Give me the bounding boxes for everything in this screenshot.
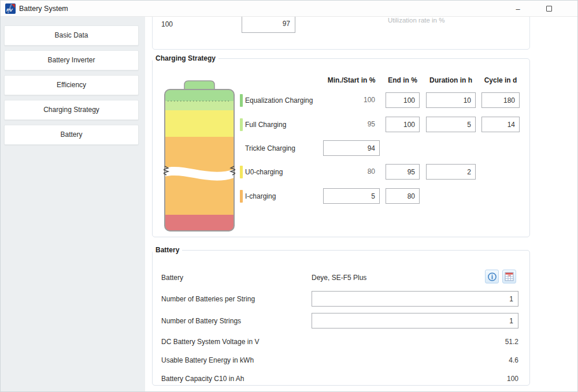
u0-charging-label: U0-charging	[245, 168, 283, 176]
batteries-per-string-label: Number of Batteries per String	[161, 295, 255, 303]
battery-group: Battery Battery Deye, SE-F5 Plus	[152, 246, 530, 386]
sidebar-item-battery[interactable]: Battery	[4, 125, 139, 145]
svg-text:PV: PV	[6, 8, 13, 13]
full-charging-marker	[240, 118, 243, 131]
titlebar: PV Battery System – ✕	[1, 1, 578, 17]
equalization-duration-input[interactable]	[426, 92, 476, 108]
charging-strategy-group: Charging Strategy	[152, 54, 530, 237]
trickle-charging-min-start-input[interactable]	[323, 140, 380, 156]
battery-database-button[interactable]	[502, 270, 516, 283]
battery-model-value: Deye, SE-F5 Plus	[312, 274, 366, 282]
u0-charging-min-start-value: 80	[323, 164, 380, 180]
table-icon	[505, 272, 514, 281]
full-charging-min-start-value: 95	[323, 117, 380, 132]
equalization-end-input[interactable]	[386, 92, 420, 108]
capacity-c10-label: Battery Capacity C10 in Ah	[161, 375, 244, 383]
info-icon	[487, 272, 497, 282]
utilization-caption: Utilization rate in %	[388, 17, 444, 24]
maximize-button[interactable]	[536, 1, 562, 17]
minimize-button[interactable]: –	[505, 1, 531, 17]
full-charging-cycle-input[interactable]	[481, 117, 520, 132]
dc-voltage-label: DC Battery System Voltage in V	[161, 338, 259, 346]
full-charging-label: Full Charging	[245, 121, 286, 129]
battery-illustration	[164, 80, 235, 232]
i-charging-min-start-input[interactable]	[323, 188, 380, 204]
sidebar-item-basic-data[interactable]: Basic Data	[4, 25, 139, 46]
u0-charging-end-input[interactable]	[386, 164, 420, 180]
window-title: Battery System	[19, 5, 68, 13]
sidebar: Basic Data Battery Inverter Efficiency C…	[1, 17, 145, 392]
close-button[interactable]: ✕	[567, 1, 578, 17]
equalization-marker	[240, 94, 243, 107]
full-charging-end-input[interactable]	[386, 117, 420, 132]
column-header-cycle: Cycle in d	[478, 76, 523, 84]
app-logo-icon: PV	[5, 3, 16, 14]
i-charging-marker	[240, 190, 243, 203]
equalization-label: Equalization Charging	[245, 96, 313, 104]
battery-system-window: PV Battery System – ✕ Basic Data Battery…	[0, 0, 578, 392]
battery-strings-input[interactable]	[312, 313, 518, 328]
sidebar-item-charging-strategy[interactable]: Charging Strategy	[4, 100, 139, 120]
battery-group-title: Battery	[153, 246, 182, 254]
battery-model-label: Battery	[161, 274, 183, 282]
trickle-charging-label: Trickle Charging	[245, 144, 295, 152]
column-header-duration: Duration in h	[424, 76, 478, 84]
usable-energy-value: 4.6	[312, 356, 518, 364]
i-charging-label: I-charging	[245, 192, 276, 200]
charging-strategy-title: Charging Strategy	[153, 54, 218, 62]
batteries-per-string-input[interactable]	[312, 291, 518, 307]
equalization-cycle-input[interactable]	[481, 92, 520, 108]
column-header-min-start: Min./Start in %	[321, 76, 382, 84]
utilization-input[interactable]	[242, 17, 295, 33]
battery-info-button[interactable]	[485, 270, 499, 283]
minimize-icon: –	[516, 5, 520, 13]
battery-strings-label: Number of Battery Strings	[161, 317, 241, 325]
u0-charging-marker	[240, 166, 243, 178]
main-panel: 100 Utilization rate in % Charging Strat…	[145, 17, 578, 392]
u0-charging-duration-input[interactable]	[426, 164, 476, 180]
efficiency-card-partial: 100	[152, 17, 530, 50]
full-charging-duration-input[interactable]	[426, 117, 476, 132]
equalization-min-start-value: 100	[323, 92, 380, 108]
i-charging-end-input[interactable]	[386, 188, 420, 204]
sidebar-item-efficiency[interactable]: Efficiency	[4, 75, 139, 95]
usable-energy-label: Usable Battery Energy in kWh	[161, 356, 254, 364]
sidebar-item-battery-inverter[interactable]: Battery Inverter	[4, 50, 139, 70]
dc-voltage-value: 51.2	[312, 338, 518, 346]
utilization-static-value: 100	[161, 20, 173, 28]
capacity-c10-value: 100	[312, 375, 518, 383]
maximize-icon	[546, 6, 552, 12]
column-header-end: End in %	[381, 76, 424, 84]
